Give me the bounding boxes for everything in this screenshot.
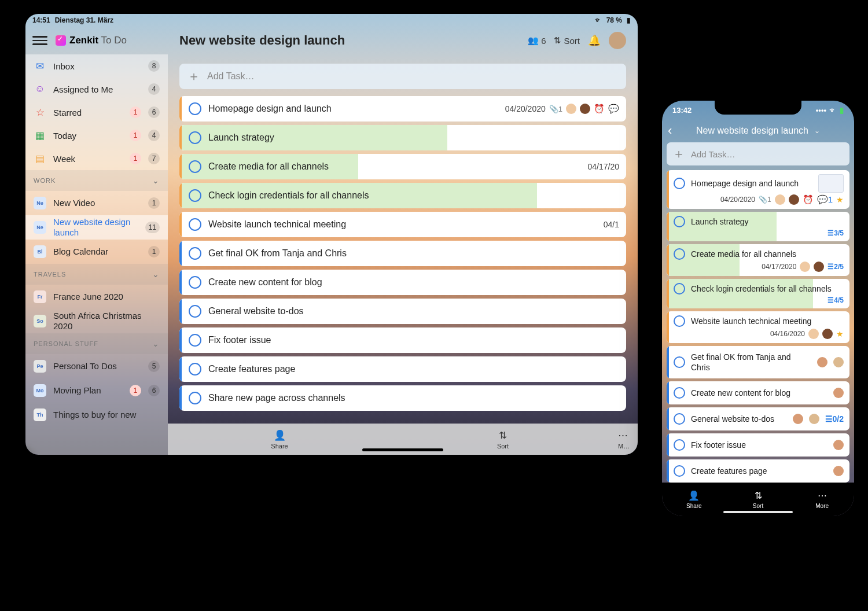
- task-checkbox[interactable]: [189, 102, 201, 115]
- task-row[interactable]: General website to-dos☰0/2: [667, 407, 849, 430]
- task-checkbox[interactable]: [189, 160, 201, 173]
- sidebar-list-item[interactable]: BlBlog Calendar1: [25, 240, 168, 264]
- task-row[interactable]: Get final OK from Tanja and Chris: [179, 241, 626, 266]
- sidebar-item-week[interactable]: ▤Week17: [25, 147, 168, 170]
- task-title: Check login credentials for all channels: [208, 190, 612, 201]
- sidebar-list-item[interactable]: MoMoving Plan16: [25, 378, 168, 403]
- task-row[interactable]: Website launch technical meeting04/16/20…: [667, 311, 849, 343]
- folder-header[interactable]: TRAVELS⌄: [25, 264, 168, 285]
- task-checkbox[interactable]: [674, 413, 685, 425]
- toolbar-share[interactable]: 👤 Share: [662, 483, 726, 516]
- task-due-date: 04/17/20: [588, 162, 620, 171]
- task-row[interactable]: Get final OK from Tanja and Chris: [667, 346, 849, 378]
- task-row[interactable]: General website to-dos: [179, 299, 626, 324]
- phone-list-header: ‹ New website design launch ⌄: [662, 119, 854, 142]
- sort-icon: ⇅: [554, 35, 561, 46]
- task-checkbox[interactable]: [674, 356, 685, 368]
- status-time: 14:51: [32, 16, 50, 24]
- sidebar-item-label: Inbox: [53, 61, 141, 71]
- task-row[interactable]: Create new content for blog: [667, 381, 849, 404]
- task-checkbox[interactable]: [674, 248, 685, 260]
- task-checkbox[interactable]: [189, 276, 201, 289]
- task-row[interactable]: Launch strategy☰3/5: [667, 212, 849, 241]
- back-button[interactable]: ‹: [668, 123, 672, 138]
- task-checkbox[interactable]: [674, 465, 685, 477]
- assignee-avatar: [800, 262, 810, 272]
- count-badge: 8: [148, 60, 160, 72]
- assignee-avatar: [833, 388, 844, 398]
- task-checkbox[interactable]: [189, 247, 201, 260]
- sort-control[interactable]: ⇅ Sort: [554, 35, 580, 46]
- task-row[interactable]: Check login credentials for all channels: [179, 183, 626, 208]
- task-row[interactable]: Create media for all channels04/17/20: [179, 154, 626, 179]
- sidebar-item-starred[interactable]: ☆Starred16: [25, 101, 168, 124]
- task-checkbox[interactable]: [189, 334, 201, 347]
- add-task-input[interactable]: ＋ Add Task…: [179, 64, 626, 89]
- plus-icon: ＋: [672, 148, 685, 160]
- done-section-header[interactable]: Done: [179, 419, 626, 422]
- task-due-date: 04/17/2020: [762, 263, 796, 271]
- task-row[interactable]: Website launch technical meeting04/1: [179, 212, 626, 237]
- task-row[interactable]: Fix footer issue: [179, 327, 626, 353]
- folder-header[interactable]: WORK⌄: [25, 170, 168, 191]
- sidebar-list-item[interactable]: NeNew Video1: [25, 191, 168, 215]
- task-checkbox[interactable]: [189, 131, 201, 144]
- task-row[interactable]: Fix footer issue: [667, 433, 849, 457]
- task-row[interactable]: Homepage design and launch04/20/2020📎1⏰💬: [179, 96, 626, 122]
- task-checkbox[interactable]: [189, 218, 201, 231]
- task-title: Homepage design and launch: [208, 104, 498, 114]
- task-row[interactable]: Create features page: [667, 459, 849, 483]
- sidebar-item-assigned[interactable]: ☺Assigned to Me4: [25, 78, 168, 101]
- toolbar-more[interactable]: ⋯ More: [790, 483, 854, 516]
- task-checkbox[interactable]: [189, 189, 201, 202]
- sidebar-list-item[interactable]: NeNew website design launch11: [25, 215, 168, 240]
- task-row[interactable]: Create features page: [179, 356, 626, 382]
- task-row[interactable]: Create new content for blog: [179, 270, 626, 295]
- sidebar-list-item[interactable]: ThThings to buy for new: [25, 403, 168, 427]
- task-checkbox[interactable]: [674, 315, 685, 327]
- sidebar-item-label: Today: [53, 131, 123, 141]
- folder-name: WORK: [34, 177, 56, 184]
- add-task-input[interactable]: ＋ Add Task…: [667, 142, 849, 165]
- task-row[interactable]: Share new page across channels: [179, 385, 626, 411]
- sidebar-item-today[interactable]: ▦Today14: [25, 124, 168, 147]
- task-row[interactable]: Homepage design and launch04/20/2020📎1⏰💬…: [667, 170, 849, 209]
- task-checkbox[interactable]: [674, 387, 685, 399]
- task-title: Create new content for blog: [208, 277, 612, 288]
- menu-button[interactable]: [31, 32, 49, 49]
- task-checkbox[interactable]: [674, 178, 685, 189]
- task-checkbox[interactable]: [674, 283, 685, 295]
- person-icon: 👤: [688, 490, 700, 501]
- user-avatar[interactable]: [609, 32, 626, 49]
- task-checkbox[interactable]: [189, 363, 201, 376]
- sidebar-list-item[interactable]: FrFrance June 2020: [25, 285, 168, 309]
- sidebar-list-item[interactable]: SoSouth Africa Christmas 2020: [25, 309, 168, 333]
- list-tag: Ne: [34, 197, 46, 209]
- list-title[interactable]: New website design launch: [696, 126, 808, 136]
- task-row[interactable]: Launch strategy: [179, 125, 626, 150]
- task-checkbox[interactable]: [674, 439, 685, 451]
- task-checkbox[interactable]: [674, 216, 685, 227]
- toolbar-share[interactable]: 👤 Share: [168, 424, 391, 455]
- member-count[interactable]: 👥 6: [528, 35, 546, 46]
- task-checkbox[interactable]: [189, 392, 201, 404]
- sidebar-item-inbox[interactable]: ✉Inbox8: [25, 54, 168, 78]
- sidebar-list-item[interactable]: PePersonal To Dos5: [25, 354, 168, 378]
- inbox-icon: ✉: [34, 60, 46, 72]
- task-title: General website to-dos: [208, 306, 612, 316]
- more-icon: ⋯: [618, 429, 628, 441]
- task-row[interactable]: Create media for all channels04/17/2020☰…: [667, 244, 849, 276]
- task-title: Create media for all channels: [691, 249, 844, 259]
- bell-icon[interactable]: 🔔: [588, 34, 601, 47]
- list-label: France June 2020: [53, 292, 160, 302]
- task-checkbox[interactable]: [189, 305, 201, 318]
- task-row[interactable]: Check login credentials for all channels…: [667, 279, 849, 308]
- reminder-icon: ⏰: [803, 194, 814, 205]
- phone-frame: 13:42 •••• ᯤ ▮ ‹ New website design laun…: [654, 93, 862, 524]
- folder-header[interactable]: PERSONAL STUFF⌄: [25, 333, 168, 354]
- count-badge: 6: [148, 106, 160, 118]
- list-label: New Video: [53, 198, 141, 208]
- assignee-avatar: [566, 104, 576, 114]
- list-tag: So: [34, 315, 46, 327]
- toolbar-more[interactable]: ⋯ M…: [615, 424, 638, 455]
